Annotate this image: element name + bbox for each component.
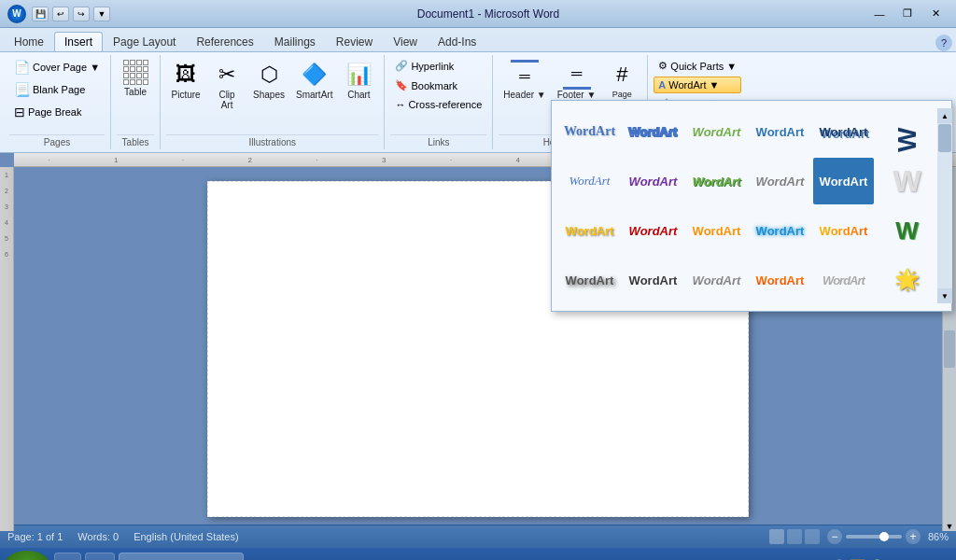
page-break-icon: ⊟ — [14, 105, 25, 119]
shapes-icon: ⬡ — [254, 60, 284, 90]
tab-review[interactable]: Review — [326, 32, 383, 51]
cross-reference-icon: ↔ — [395, 99, 405, 110]
taskbar: ⊞ 🗂 🌐 W Document1 - Micro... 🔊 📶 🔋 EN 2:… — [0, 548, 956, 560]
wordart-style-11[interactable]: WordArt — [813, 158, 874, 204]
minimize-button[interactable]: — — [866, 5, 893, 23]
wordart-style-17[interactable]: WordArt — [813, 207, 874, 254]
tab-references[interactable]: References — [186, 32, 263, 51]
clip-art-icon: ✂ — [212, 60, 242, 90]
table-label: Table — [124, 87, 147, 97]
wordart-style-23[interactable]: WordArt — [813, 257, 874, 303]
wordart-style-4[interactable]: WordArt — [750, 108, 810, 155]
zoom-out-button[interactable]: − — [827, 529, 842, 544]
page-break-button[interactable]: ⊟ Page Break — [9, 102, 86, 122]
wordart-style-12[interactable]: W — [877, 158, 937, 204]
wordart-style-3[interactable]: WordArt — [686, 108, 747, 155]
tab-view[interactable]: View — [383, 32, 428, 51]
taskbar-explorer[interactable]: 🗂 — [54, 553, 81, 560]
cross-reference-button[interactable]: ↔ Cross-reference — [390, 96, 486, 113]
cover-page-button[interactable]: 📄 Cover Page ▼ — [9, 57, 105, 77]
taskbar-browser[interactable]: 🌐 — [85, 553, 115, 560]
start-button[interactable]: ⊞ — [4, 551, 50, 560]
scroll-down-button[interactable]: ▼ — [946, 522, 954, 531]
wordart-style-5[interactable]: WordArt — [813, 108, 874, 155]
wordart-style-20[interactable]: WordArt — [623, 257, 683, 303]
wordart-style-1[interactable]: WordArt — [559, 108, 620, 155]
picture-icon: 🖼 — [171, 60, 201, 90]
bookmark-icon: 🔖 — [395, 79, 408, 91]
wordart-scroll-thumb[interactable] — [938, 124, 951, 152]
tab-add-ins[interactable]: Add-Ins — [428, 32, 486, 51]
wordart-style-8[interactable]: WordArt — [623, 158, 683, 204]
wordart-style-10[interactable]: WordArt — [750, 158, 810, 204]
picture-button[interactable]: 🖼 Picture — [166, 57, 205, 103]
customize-qs-button[interactable]: ▼ — [93, 7, 110, 21]
wordart-style-16[interactable]: WordArt — [750, 207, 810, 254]
zoom-in-button[interactable]: + — [906, 529, 921, 544]
wordart-style-6[interactable]: W — [877, 108, 937, 155]
chart-button[interactable]: 📊 Chart — [339, 57, 378, 103]
view-print-button[interactable] — [769, 529, 784, 544]
wordart-scroll-container: WordArt WordArt WordArt WordArt WordArt … — [559, 108, 944, 303]
wordart-scroll-down[interactable]: ▼ — [937, 288, 952, 303]
wordart-style-18[interactable]: W — [877, 207, 937, 254]
wordart-style-22[interactable]: WordArt — [750, 257, 810, 303]
wordart-style-9[interactable]: WordArt — [686, 158, 747, 204]
ruler-v-marks: 123456 — [5, 172, 8, 258]
tab-insert[interactable]: Insert — [54, 32, 103, 51]
quick-parts-button[interactable]: ⚙ Quick Parts ▼ — [654, 57, 741, 75]
view-fullscreen-button[interactable] — [787, 529, 802, 544]
wordart-style-7[interactable]: WordArt — [559, 158, 620, 204]
table-button[interactable]: Table — [117, 57, 154, 100]
smart-art-button[interactable]: 🔷 SmartArt — [291, 57, 337, 103]
scroll-thumb[interactable] — [944, 330, 955, 368]
shapes-button[interactable]: ⬡ Shapes — [248, 57, 289, 103]
restore-button[interactable]: ❐ — [894, 5, 921, 23]
cover-page-icon: 📄 — [14, 60, 30, 75]
wordart-style-13[interactable]: WordArt — [559, 207, 620, 254]
page-status: Page: 1 of 1 — [7, 531, 63, 542]
wordart-scrollbar: ▲ ▼ — [937, 108, 952, 303]
tab-mailings[interactable]: Mailings — [264, 32, 326, 51]
wordart-button[interactable]: A WordArt ▼ — [654, 77, 741, 93]
pages-group-items: 📄 Cover Page ▼ 📃 Blank Page ⊟ Page Break — [9, 57, 105, 133]
wordart-style-14[interactable]: WordArt — [623, 207, 683, 254]
blank-page-button[interactable]: 📃 Blank Page — [9, 79, 90, 100]
picture-label: Picture — [171, 90, 200, 100]
wordart-scroll-up[interactable]: ▲ — [937, 108, 952, 123]
taskbar-word[interactable]: W Document1 - Micro... — [119, 553, 244, 560]
clip-art-button[interactable]: ✂ ClipArt — [207, 57, 246, 113]
redo-qs-button[interactable]: ↪ — [73, 7, 90, 21]
ruler-vertical: 123456 — [0, 167, 14, 531]
language-status: English (United States) — [134, 531, 239, 542]
illustrations-group-items: 🖼 Picture ✂ ClipArt ⬡ Shapes 🔷 SmartArt … — [166, 57, 378, 133]
wordart-icon: A — [658, 79, 666, 91]
footer-button[interactable]: ═ Footer ▼ — [553, 57, 601, 103]
links-label: Links — [390, 134, 486, 147]
bookmark-button[interactable]: 🔖 Bookmark — [390, 77, 462, 94]
wordart-style-15[interactable]: WordArt — [686, 207, 747, 254]
close-button[interactable]: ✕ — [922, 5, 949, 23]
tab-page-layout[interactable]: Page Layout — [103, 32, 186, 51]
window-title: Document1 - Microsoft Word — [417, 7, 560, 21]
wordart-style-21[interactable]: WordArt — [686, 257, 747, 303]
save-qs-button[interactable]: 💾 — [32, 7, 49, 21]
help-button[interactable]: ? — [935, 35, 952, 51]
view-web-button[interactable] — [805, 529, 820, 544]
header-button[interactable]: ═ Header ▼ — [499, 57, 550, 103]
wordart-style-24[interactable]: 🌟 — [877, 257, 937, 303]
zoom-slider[interactable] — [846, 535, 902, 539]
header-icon: ═ — [511, 60, 539, 90]
zoom-thumb[interactable] — [879, 532, 889, 541]
quick-access-toolbar: 💾 ↩ ↪ ▼ — [32, 7, 110, 21]
hyperlink-button[interactable]: 🔗 Hyperlink — [390, 57, 458, 75]
wordart-scroll-track[interactable] — [937, 123, 952, 288]
tab-home[interactable]: Home — [4, 32, 54, 51]
hyperlink-label: Hyperlink — [411, 61, 454, 72]
blank-page-icon: 📃 — [14, 82, 30, 97]
undo-qs-button[interactable]: ↩ — [52, 7, 69, 21]
wordart-label: WordArt ▼ — [668, 79, 719, 91]
wordart-style-2[interactable]: WordArt — [623, 108, 683, 155]
wordart-style-19[interactable]: WordArt — [559, 257, 620, 303]
wordart-main-grid: WordArt WordArt WordArt WordArt WordArt … — [559, 108, 937, 303]
